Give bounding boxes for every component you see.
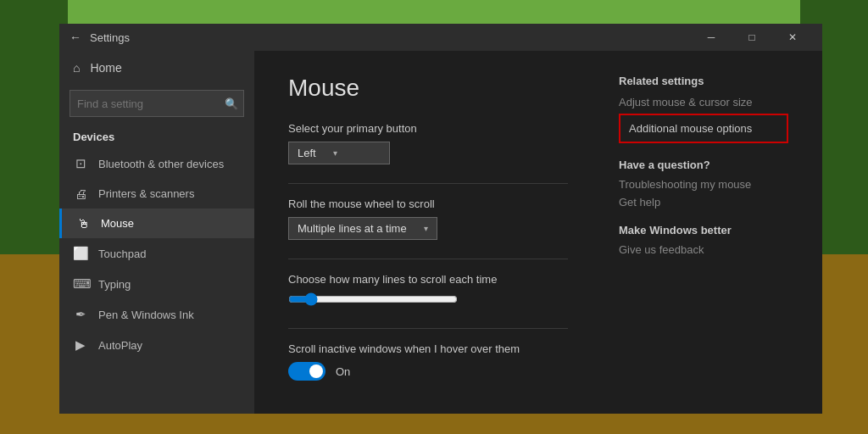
close-button[interactable]: ✕: [773, 24, 812, 51]
primary-button-dropdown[interactable]: Left ▾: [288, 142, 390, 164]
printer-icon: 🖨: [73, 186, 88, 201]
get-help-link[interactable]: Get help: [619, 196, 788, 209]
sidebar-home[interactable]: ⌂ Home: [59, 51, 254, 85]
sidebar-item-label: Bluetooth & other devices: [98, 158, 224, 170]
toggle-row: On: [288, 362, 568, 381]
divider-3: [288, 328, 568, 329]
sidebar-item-typing[interactable]: ⌨ Typing: [59, 269, 254, 299]
sidebar-item-printers[interactable]: 🖨 Printers & scanners: [59, 179, 254, 209]
main-content: Mouse Select your primary button Left ▾ …: [254, 51, 822, 414]
window-controls: ─ □ ✕: [692, 24, 812, 51]
chevron-down-icon: ▾: [333, 148, 337, 158]
inactive-scroll-setting: Scroll inactive windows when I hover ove…: [288, 342, 568, 381]
divider-1: [288, 183, 568, 184]
settings-window: ← Settings ─ □ ✕ ⌂ Home 🔍 Devices ⊡ Blue…: [59, 24, 822, 414]
sidebar-item-label: Typing: [98, 278, 131, 291]
bg-tree-left: [0, 0, 68, 254]
scroll-lines-slider[interactable]: [288, 292, 458, 306]
primary-button-value: Left: [298, 147, 316, 159]
lines-scroll-label: Choose how many lines to scroll each tim…: [288, 273, 568, 286]
scroll-setting: Roll the mouse wheel to scroll Multiple …: [288, 198, 568, 240]
sidebar-item-mouse[interactable]: 🖱 Mouse: [59, 209, 254, 238]
primary-button-label: Select your primary button: [288, 122, 568, 135]
bluetooth-icon: ⊡: [73, 156, 88, 171]
lines-scroll-setting: Choose how many lines to scroll each tim…: [288, 273, 568, 309]
scroll-dropdown[interactable]: Multiple lines at a time ▾: [288, 217, 437, 240]
sidebar-item-label: Pen & Windows Ink: [98, 309, 194, 321]
window-title: Settings: [90, 31, 692, 44]
home-icon: ⌂: [73, 61, 80, 75]
give-feedback-link[interactable]: Give us feedback: [619, 243, 788, 256]
have-a-question-title: Have a question?: [619, 159, 788, 171]
page-title: Mouse: [288, 75, 568, 102]
search-box[interactable]: 🔍: [70, 90, 244, 117]
content-area: ⌂ Home 🔍 Devices ⊡ Bluetooth & other dev…: [59, 51, 822, 414]
maximize-button[interactable]: □: [732, 24, 771, 51]
pen-icon: ✒: [73, 307, 88, 322]
chevron-down-icon: ▾: [424, 224, 428, 233]
troubleshooting-link[interactable]: Troubleshooting my mouse: [619, 178, 788, 191]
divider-2: [288, 259, 568, 259]
search-input[interactable]: [77, 97, 220, 110]
toggle-state-label: On: [336, 365, 350, 378]
back-button[interactable]: ←: [70, 31, 81, 44]
related-settings-title: Related settings: [619, 75, 788, 87]
main-left: Mouse Select your primary button Left ▾ …: [288, 75, 568, 390]
toggle-thumb: [309, 364, 323, 378]
sidebar-item-pen[interactable]: ✒ Pen & Windows Ink: [59, 299, 254, 330]
typing-icon: ⌨: [73, 276, 88, 292]
adjust-mouse-link[interactable]: Adjust mouse & cursor size: [619, 96, 788, 108]
right-panel: Related settings Adjust mouse & cursor s…: [619, 75, 788, 390]
scroll-value: Multiple lines at a time: [298, 222, 407, 235]
home-label: Home: [90, 61, 121, 75]
touchpad-icon: ⬜: [73, 246, 88, 261]
slider-container: [288, 292, 568, 309]
titlebar: ← Settings ─ □ ✕: [59, 24, 822, 51]
search-icon: 🔍: [225, 97, 238, 110]
sidebar-item-autoplay[interactable]: ▶ AutoPlay: [59, 330, 254, 360]
minimize-button[interactable]: ─: [692, 24, 731, 51]
sidebar-section-title: Devices: [59, 122, 254, 148]
sidebar-item-label: Printers & scanners: [98, 187, 194, 200]
sidebar-item-label: Mouse: [101, 217, 134, 230]
inactive-scroll-label: Scroll inactive windows when I hover ove…: [288, 342, 568, 355]
mouse-icon: 🖱: [75, 216, 91, 231]
sidebar-item-bluetooth[interactable]: ⊡ Bluetooth & other devices: [59, 148, 254, 179]
scroll-label: Roll the mouse wheel to scroll: [288, 198, 568, 210]
autoplay-icon: ▶: [73, 337, 88, 353]
sidebar: ⌂ Home 🔍 Devices ⊡ Bluetooth & other dev…: [59, 51, 254, 414]
sidebar-item-label: AutoPlay: [98, 339, 142, 352]
sidebar-item-touchpad[interactable]: ⬜ Touchpad: [59, 238, 254, 269]
make-windows-better-title: Make Windows better: [619, 224, 788, 236]
inactive-scroll-toggle[interactable]: [288, 362, 326, 381]
additional-mouse-options-link[interactable]: Additional mouse options: [619, 114, 788, 143]
sidebar-item-label: Touchpad: [98, 248, 146, 260]
primary-button-setting: Select your primary button Left ▾: [288, 122, 568, 164]
